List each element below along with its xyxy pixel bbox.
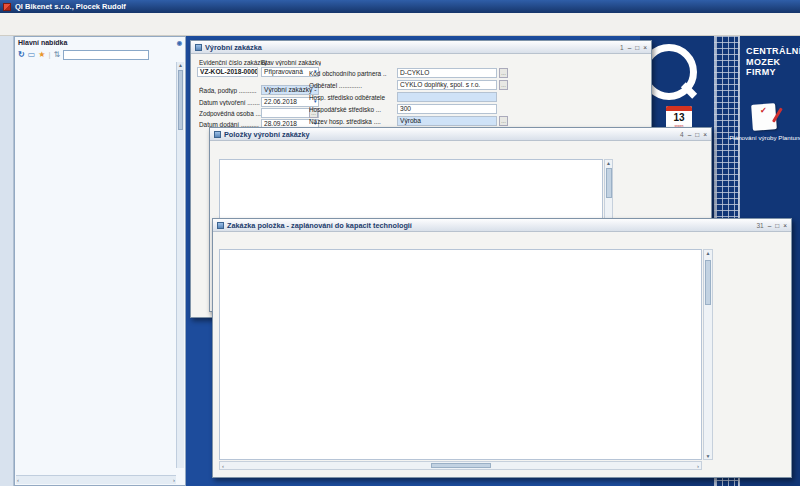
window-badge: 1 <box>620 44 624 51</box>
qi-brand-text: CENTRÁLNÍ MOZEK FIRMY <box>746 46 800 78</box>
field-label: Hosp. středisko odběratele <box>309 94 396 101</box>
form-icon <box>214 131 221 138</box>
favorite-star-icon[interactable]: ★ <box>38 51 45 59</box>
ellipsis-button[interactable]: … <box>499 80 508 90</box>
window-title: Výrobní zakázka <box>205 43 262 52</box>
desktop-icon-plantune[interactable]: ✔ <box>751 103 777 131</box>
window-titlebar[interactable]: Výrobní zakázka 1 – □ × <box>191 41 651 54</box>
window-title: Položky výrobní zakázky <box>224 130 310 139</box>
economic-center-field[interactable]: 300 <box>397 104 497 114</box>
field-label: Datum vytvoření ....... <box>199 99 260 106</box>
notepad-check-icon: ✔ <box>760 106 767 115</box>
field-label: Řada, podtyp .......... <box>199 87 257 94</box>
app-logo-icon <box>3 3 11 11</box>
minimize-icon[interactable]: – <box>768 222 772 229</box>
form-icon <box>195 44 202 51</box>
window-title: Zakázka položka - zaplánování do kapacit… <box>227 221 412 230</box>
customer-field[interactable]: CYKLO doplňky, spol. s r.o. <box>397 80 497 90</box>
refresh-icon[interactable]: ↻ <box>18 51 25 59</box>
ellipsis-button[interactable]: … <box>499 68 508 78</box>
field-label: Hospodářské středisko ... <box>309 106 396 113</box>
partner-code-field[interactable]: D-CYKLO <box>397 68 497 78</box>
maximize-icon[interactable]: □ <box>695 131 699 138</box>
toolbar <box>0 25 800 36</box>
ellipsis-button[interactable]: … <box>499 116 508 126</box>
maximize-icon[interactable]: □ <box>635 44 639 51</box>
field-label: Kód obchodního partnera .. <box>309 70 396 77</box>
screen-icon[interactable]: ▭ <box>28 51 36 59</box>
table-vertical-scrollbar[interactable]: ▲▼ <box>703 249 713 460</box>
minimize-icon[interactable]: – <box>688 131 692 138</box>
menubar <box>0 13 800 25</box>
maximize-icon[interactable]: □ <box>775 222 779 229</box>
window-titlebar[interactable]: Zakázka položka - zaplánování do kapacit… <box>213 219 791 232</box>
tree-horizontal-scrollbar[interactable]: ‹› <box>16 475 176 484</box>
minimize-icon[interactable]: – <box>628 44 632 51</box>
desktop-icon-label[interactable]: Plánování výroby Plantune <box>726 134 800 141</box>
close-icon[interactable]: × <box>703 131 707 138</box>
tree-vertical-scrollbar[interactable]: ▲ <box>176 62 184 468</box>
window-badge: 31 <box>756 222 763 229</box>
close-icon[interactable]: × <box>783 222 787 229</box>
close-icon[interactable]: × <box>643 44 647 51</box>
field-label: Zodpovědná osoba ...... <box>199 110 266 117</box>
window-zaplanovani-kapacit: Zakázka položka - zaplánování do kapacit… <box>212 218 792 478</box>
customer-center-field[interactable] <box>397 92 497 102</box>
window-titlebar[interactable]: Položky výrobní zakázky 4 – □ × <box>210 128 711 141</box>
app-titlebar: QI Bikenet s.r.o., Plocek Rudolf <box>0 0 800 13</box>
table-horizontal-scrollbar[interactable]: ‹› <box>219 461 702 470</box>
form-icon <box>217 222 224 229</box>
panel-title: Hlavní nabídka <box>18 39 67 46</box>
center-name-field[interactable]: Výroba <box>397 116 497 126</box>
capacity-table <box>219 249 702 460</box>
side-tab-strip <box>0 36 14 486</box>
app-title: QI Bikenet s.r.o., Plocek Rudolf <box>15 2 126 11</box>
menu-search-input[interactable] <box>63 50 149 60</box>
window-badge: 4 <box>680 131 684 138</box>
main-menu-panel: Hlavní nabídka ◉ ↻ ▭ ★ | ⇅ ▲ ‹› <box>14 36 186 486</box>
field-label: Stav výrobní zakázky <box>261 59 321 66</box>
field-label: Odběratel ............. <box>309 82 396 89</box>
order-number-field[interactable]: VZ-KOL-2018-000002 <box>197 67 258 77</box>
navigation-tree <box>16 62 176 468</box>
field-label: Evidenční číslo zakázky <box>199 59 267 66</box>
sort-icon[interactable]: ⇅ <box>54 51 61 59</box>
pin-icon[interactable]: ◉ <box>177 39 182 46</box>
field-label: Název hosp. střediska .... <box>309 118 396 125</box>
